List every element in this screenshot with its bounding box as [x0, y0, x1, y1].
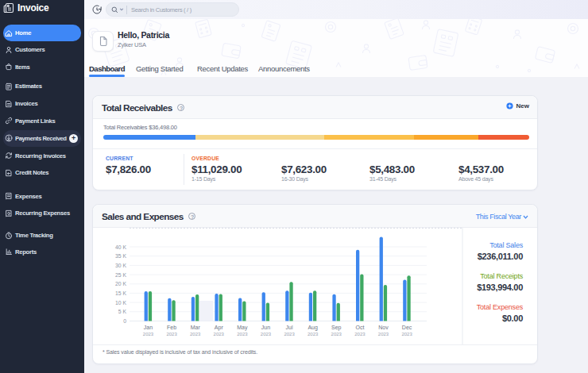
svg-text:2023: 2023 — [401, 332, 412, 336]
svg-text:2023: 2023 — [284, 332, 295, 336]
svg-text:2023: 2023 — [190, 332, 201, 336]
svg-text:2023: 2023 — [354, 332, 366, 336]
svg-text:Feb: Feb — [167, 325, 176, 330]
svg-text:Aug: Aug — [308, 325, 318, 331]
svg-text:20 K: 20 K — [115, 281, 126, 286]
svg-text:2023: 2023 — [214, 332, 225, 336]
svg-text:Apr: Apr — [215, 325, 224, 331]
svg-text:15 K: 15 K — [115, 290, 126, 296]
svg-text:Sep: Sep — [331, 325, 342, 331]
svg-text:Jan: Jan — [144, 325, 153, 330]
svg-text:May: May — [237, 325, 248, 331]
svg-text:Dec: Dec — [402, 325, 412, 330]
svg-text:2023: 2023 — [143, 332, 154, 336]
svg-text:2023: 2023 — [331, 332, 342, 336]
svg-text:0: 0 — [123, 318, 126, 324]
svg-text:25 K: 25 K — [115, 272, 126, 278]
svg-text:2023: 2023 — [308, 332, 319, 336]
svg-text:Nov: Nov — [378, 325, 389, 330]
svg-text:Jun: Jun — [261, 325, 270, 330]
svg-text:Mar: Mar — [191, 325, 201, 330]
svg-text:Oct: Oct — [355, 325, 364, 330]
svg-text:5 K: 5 K — [118, 309, 127, 314]
svg-text:2023: 2023 — [378, 332, 389, 336]
svg-text:Jul: Jul — [286, 325, 293, 330]
svg-text:40 K: 40 K — [115, 244, 126, 250]
svg-text:35 K: 35 K — [115, 253, 126, 259]
svg-text:2023: 2023 — [166, 332, 177, 336]
svg-text:30 K: 30 K — [115, 263, 126, 268]
svg-text:10 K: 10 K — [115, 300, 126, 306]
svg-text:2023: 2023 — [237, 332, 248, 336]
svg-text:2023: 2023 — [261, 332, 272, 336]
